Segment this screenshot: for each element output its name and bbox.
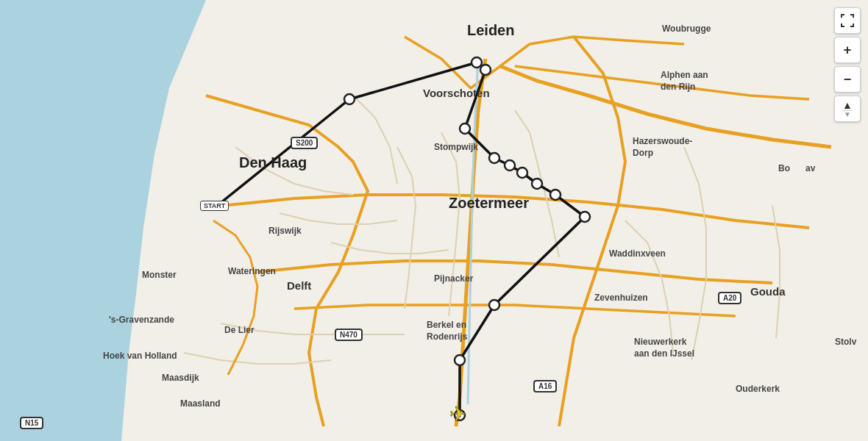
highway-n470: N470 — [335, 329, 363, 341]
compass-button[interactable]: ▲ ▼ — [834, 96, 861, 122]
map-background — [0, 0, 868, 441]
highway-s200: S200 — [291, 137, 318, 149]
map-controls: + − ▲ ▼ — [834, 7, 861, 122]
highway-n15: N15 — [20, 417, 43, 429]
map-container: ✈ Leiden Voorschoten Stompwijk Den Haag … — [0, 0, 868, 441]
fullscreen-button[interactable] — [834, 7, 861, 34]
start-marker: START — [200, 201, 229, 211]
zoom-out-button[interactable]: − — [834, 66, 861, 93]
highway-a20: A20 — [718, 292, 741, 304]
highway-a16: A16 — [533, 380, 557, 392]
zoom-in-button[interactable]: + — [834, 37, 861, 63]
